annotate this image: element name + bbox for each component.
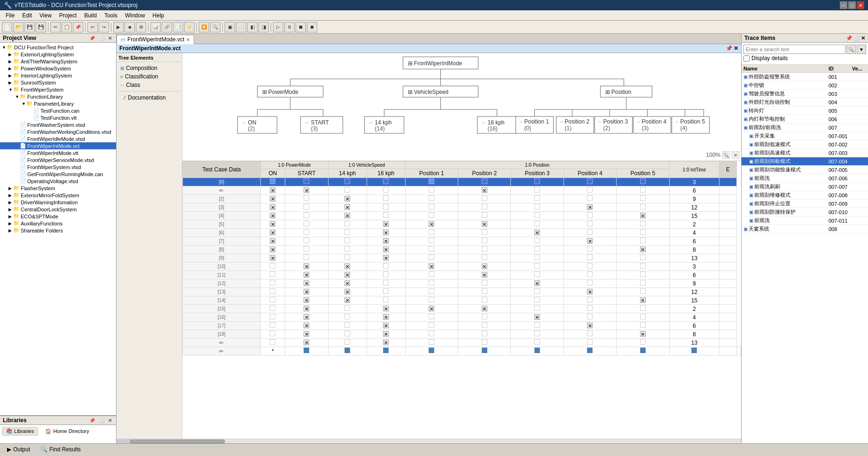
cell-checkbox-checked[interactable]: × bbox=[640, 247, 646, 252]
lib-close[interactable]: ✕ bbox=[107, 417, 113, 424]
cell-checkbox-unchecked[interactable] bbox=[482, 195, 487, 201]
cell-checkbox-unchecked[interactable] bbox=[270, 322, 275, 328]
cell-checkbox-checked[interactable]: × bbox=[270, 247, 275, 252]
toolbar-cut[interactable]: ✂ bbox=[50, 22, 61, 32]
cell-checkbox-unchecked[interactable] bbox=[534, 322, 540, 328]
grid-cell[interactable] bbox=[260, 322, 285, 330]
cell-checkbox-unchecked[interactable] bbox=[304, 221, 309, 226]
project-tree-item[interactable]: ▶📁CentralDoorLockSystem bbox=[0, 206, 116, 213]
cell-checkbox-checked[interactable]: × bbox=[482, 263, 487, 269]
cell-checkbox-unchecked[interactable] bbox=[640, 221, 646, 226]
cell-checkbox-checked[interactable]: × bbox=[383, 314, 389, 320]
home-directory-tab[interactable]: 🏠 Home Directory bbox=[41, 427, 93, 436]
footer-cell[interactable] bbox=[511, 347, 563, 356]
grid-cell[interactable]: × bbox=[617, 246, 669, 254]
cell-checkbox-unchecked[interactable] bbox=[383, 204, 389, 209]
grid-cell[interactable] bbox=[617, 229, 669, 237]
cell-checkbox-unchecked[interactable] bbox=[640, 322, 646, 328]
cell-checkbox-unchecked[interactable] bbox=[587, 314, 593, 319]
cell-checkbox-unchecked[interactable] bbox=[534, 305, 540, 311]
grid-cell[interactable] bbox=[563, 195, 616, 203]
output-tab[interactable]: ▶ Output bbox=[2, 445, 35, 454]
cell-checkbox-checked[interactable]: × bbox=[587, 323, 593, 328]
grid-cell[interactable] bbox=[367, 279, 405, 288]
grid-cell[interactable] bbox=[617, 220, 669, 229]
cell-checkbox-checked[interactable]: × bbox=[304, 340, 309, 345]
cell-checkbox-checked[interactable]: × bbox=[344, 272, 350, 278]
grid-cell[interactable]: × bbox=[617, 330, 669, 339]
cell-checkbox-checked[interactable]: × bbox=[344, 263, 350, 269]
grid-cell[interactable]: × bbox=[260, 195, 285, 203]
cell-checkbox-checked[interactable] bbox=[270, 178, 275, 184]
cell-checkbox-unchecked[interactable] bbox=[270, 288, 275, 294]
grid-cell[interactable]: × bbox=[458, 305, 511, 313]
search-button[interactable]: 🔍 bbox=[846, 45, 856, 54]
find-results-tab[interactable]: 🔍 Find Results bbox=[35, 445, 86, 454]
project-tree-item[interactable]: ▼📁ParameterLibrary bbox=[0, 100, 116, 107]
trace-list-item[interactable]: ▣ 前雨刮/前雨洗 007 bbox=[742, 124, 868, 132]
trace-list-item[interactable]: ▣ 内灯和节电控制 006 bbox=[742, 115, 868, 124]
grid-cell[interactable]: × bbox=[260, 220, 285, 229]
grid-cell[interactable] bbox=[328, 330, 367, 339]
project-tree-item[interactable]: ▼📁FrontWiperSystem bbox=[0, 86, 116, 93]
table-row[interactable]: [6]×××4 bbox=[183, 229, 741, 237]
trace-list-item[interactable]: ▣ 转向灯 005 bbox=[742, 107, 868, 115]
menu-build[interactable]: Build bbox=[80, 11, 101, 20]
grid-cell[interactable] bbox=[260, 313, 285, 322]
cell-checkbox-unchecked[interactable] bbox=[270, 297, 275, 302]
cell-checkbox-checked[interactable]: × bbox=[270, 221, 275, 227]
cell-checkbox-checked[interactable]: × bbox=[383, 323, 389, 328]
grid-cell[interactable] bbox=[405, 186, 458, 195]
footer-cell[interactable] bbox=[669, 347, 719, 356]
cell-checkbox-checked[interactable]: × bbox=[270, 187, 275, 193]
grid-cell[interactable]: × bbox=[367, 246, 405, 254]
cell-checkbox-unchecked[interactable] bbox=[482, 212, 487, 218]
cell-checkbox-unchecked[interactable] bbox=[640, 314, 646, 319]
cell-checkbox-unchecked[interactable] bbox=[383, 271, 389, 277]
cell-checkbox-unchecked[interactable] bbox=[534, 263, 540, 269]
trace-list-item[interactable]: ▣ 前雨刮低速模式 007-002 bbox=[742, 140, 868, 149]
grid-cell[interactable]: × bbox=[367, 237, 405, 246]
cell-checkbox-unchecked[interactable] bbox=[640, 195, 646, 201]
cell-checkbox-unchecked[interactable] bbox=[640, 229, 646, 235]
grid-cell[interactable] bbox=[458, 288, 511, 296]
grid-cell[interactable]: × bbox=[563, 322, 616, 330]
grid-cell[interactable] bbox=[458, 322, 511, 330]
trace-list-item[interactable]: ▣ 中控锁 002 bbox=[742, 81, 868, 90]
cell-checkbox-unchecked[interactable] bbox=[429, 331, 434, 336]
grid-cell[interactable] bbox=[563, 305, 616, 313]
lib-float[interactable]: ⬜ bbox=[97, 417, 106, 424]
grid-cell[interactable] bbox=[458, 237, 511, 246]
grid-cell[interactable]: × bbox=[285, 296, 328, 305]
grid-cell[interactable] bbox=[328, 220, 367, 229]
cell-checkbox-checked[interactable]: × bbox=[640, 331, 646, 337]
display-details-checkbox[interactable] bbox=[743, 55, 750, 62]
cell-checkbox-unchecked[interactable] bbox=[429, 195, 434, 201]
project-tree-item[interactable]: 📄FrontWiperIdleMode.vtsd bbox=[0, 135, 116, 142]
cell-checkbox-checked[interactable]: × bbox=[304, 323, 309, 328]
grid-cell[interactable] bbox=[405, 313, 458, 322]
footer-checkbox[interactable] bbox=[482, 348, 487, 353]
grid-cell[interactable] bbox=[511, 339, 563, 347]
tree-elem-documentation[interactable]: 📝 Documentation bbox=[118, 93, 180, 102]
grid-cell[interactable]: × bbox=[367, 330, 405, 339]
toolbar-build[interactable]: ▶ bbox=[113, 22, 124, 32]
cell-checkbox-unchecked[interactable] bbox=[429, 229, 434, 235]
cell-checkbox-unchecked[interactable] bbox=[534, 339, 540, 345]
cell-checkbox-checked[interactable]: × bbox=[304, 306, 309, 311]
grid-cell[interactable] bbox=[563, 339, 616, 347]
cell-checkbox-checked[interactable]: × bbox=[383, 340, 389, 345]
cell-checkbox-unchecked[interactable] bbox=[482, 331, 487, 336]
grid-cell[interactable] bbox=[405, 296, 458, 305]
search-input[interactable] bbox=[743, 45, 845, 54]
grid-cell[interactable]: × bbox=[458, 186, 511, 195]
grid-cell[interactable]: × bbox=[563, 237, 616, 246]
cell-checkbox-checked[interactable]: × bbox=[270, 196, 275, 201]
cell-checkbox-checked[interactable]: × bbox=[383, 331, 389, 337]
grid-cell[interactable] bbox=[367, 186, 405, 195]
cell-checkbox-unchecked[interactable] bbox=[304, 178, 309, 184]
table-row[interactable]: [3]×××12 bbox=[183, 203, 741, 212]
cell-checkbox-checked[interactable]: × bbox=[482, 187, 487, 193]
cell-checkbox-checked[interactable]: × bbox=[640, 297, 646, 303]
grid-cell[interactable] bbox=[405, 339, 458, 347]
